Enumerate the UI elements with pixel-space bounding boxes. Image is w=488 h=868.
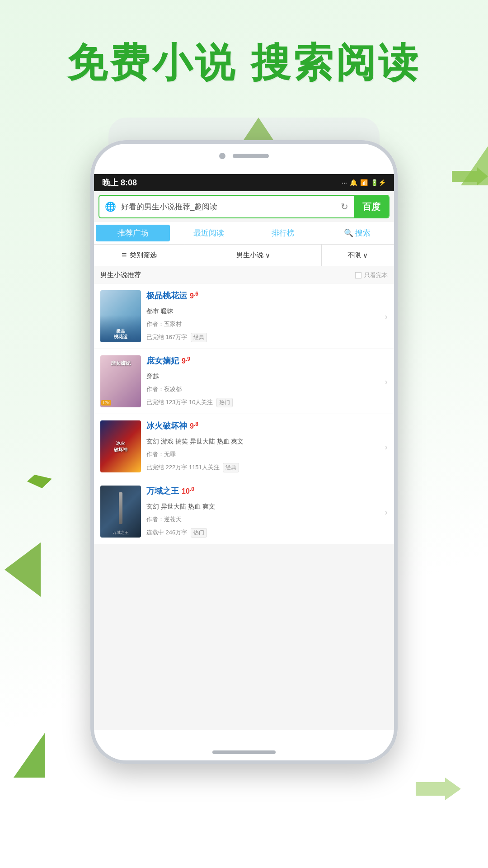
book-item[interactable]: 万域之王 万域之王 10.0 玄幻 异世大陆 热血 爽文 作者：逆苍天 连载中 … [94,479,394,544]
bg-decor-triangle-bottom-left [14,732,45,778]
phone-speaker [233,154,269,158]
filter-category-icon: ☰ [122,252,127,259]
chevron-right-icon: › [385,441,388,452]
phone-top-bar [219,153,269,159]
filter-limit-label: 不限 [347,251,361,259]
book-item[interactable]: 极品桃花运 极品桃花运 9.6 都市 暖昧 作者：五家村 已完结 167万字 经… [94,284,394,349]
bg-decor-leaf-left [5,542,41,597]
tab-recent-label: 最近阅读 [193,228,224,238]
status-bar: 晚上 8:08 ··· 🔔 📶 🔋⚡ [94,174,394,191]
filter-bar: ☰ 类别筛选 男生小说 ∨ 不限 ∨ [94,245,394,266]
book-rating: 10.0 [182,486,194,495]
section-header: 男生小说推荐 只看完本 [94,266,394,284]
book-title: 庶女嫡妃 [146,355,179,366]
book-meta: 已完结 222万字 1151人关注 经典 [146,463,388,472]
chevron-right-icon: › [385,311,388,321]
book-tags: 玄幻 异世大陆 热血 爽文 [146,503,388,511]
page-title: 免费小说 搜索阅读 [67,36,421,90]
globe-icon: 🌐 [103,199,117,214]
cover-title: 极品桃花运 [100,329,141,340]
book-title-row: 极品桃花运 9.6 [146,290,388,301]
wifi-icon: 📶 [360,179,368,186]
book-info-1: 极品桃花运 9.6 都市 暖昧 作者：五家村 已完结 167万字 经典 [141,290,388,342]
book-author: 作者：夜凌都 [146,385,388,393]
cover-badge: 17K [101,400,111,406]
bg-decor-arrow-right [452,167,488,185]
search-bar[interactable]: 🌐 好看的男生小说推荐_趣阅读 ↻ 百度 [99,195,389,218]
book-title: 冰火破坏神 [146,420,187,431]
filter-type-chevron: ∨ [265,251,270,259]
search-nav-icon: 🔍 [344,228,353,238]
book-item[interactable]: 冰火破坏神 冰火破坏神 9.8 玄幻 游戏 搞笑 异世大陆 热血 爽文 作者：无… [94,414,394,479]
book-rating: 9.9 [182,356,190,365]
baidu-button[interactable]: 百度 [354,195,389,218]
book-badge: 经典 [191,333,207,342]
book-info-2: 庶女嫡妃 9.9 穿越 作者：夜凌都 已完结 123万字 10人关注 热门 [141,355,388,407]
chevron-right-icon: › [385,376,388,387]
book-cover-1: 极品桃花运 [100,290,141,342]
filter-type-label: 男生小说 [236,251,263,259]
book-tags: 穿越 [146,373,388,381]
filter-category[interactable]: ☰ 类别筛选 [94,245,185,266]
tab-recommend-label: 推荐广场 [117,228,148,238]
bell-icon: 🔔 [350,179,357,186]
book-title-row: 冰火破坏神 9.8 [146,420,388,431]
bg-small-leaf [27,475,52,488]
filter-limit-chevron: ∨ [363,251,368,259]
search-input[interactable]: 好看的男生小说推荐_趣阅读 [121,202,334,212]
phone-home-bar [212,750,276,754]
filter-type[interactable]: 男生小说 ∨ [185,245,322,266]
book-author: 作者：无罪 [146,450,388,458]
book-author: 作者：五家村 [146,320,388,328]
phone-screen: 晚上 8:08 ··· 🔔 📶 🔋⚡ 🌐 好看的男生小说推荐_趣阅读 ↻ 百度 … [94,174,394,730]
section-title: 男生小说推荐 [100,271,141,279]
filter-limit[interactable]: 不限 ∨ [322,245,394,266]
book-cover-2: 庶女嫡妃 17K [100,355,141,407]
nav-tabs: 推荐广场 最近阅读 排行榜 🔍 搜索 [94,222,394,245]
refresh-icon[interactable]: ↻ [334,197,354,217]
book-title: 极品桃花运 [146,290,187,301]
book-info-3: 冰火破坏神 9.8 玄幻 游戏 搞笑 异世大陆 热血 爽文 作者：无罪 已完结 … [141,420,388,472]
book-meta: 连载中 246万字 热门 [146,528,388,538]
book-tags: 玄幻 游戏 搞笑 异世大陆 热血 爽文 [146,438,388,446]
book-title-row: 万域之王 10.0 [146,486,388,496]
book-title-row: 庶女嫡妃 9.9 [146,355,388,366]
book-cover-3: 冰火破坏神 [100,420,141,472]
book-title: 万域之王 [146,486,179,496]
cover-content: 冰火破坏神 [100,420,141,472]
bg-decor-arrow-bottom [416,778,461,800]
tab-search[interactable]: 🔍 搜索 [320,222,394,244]
section-complete-filter[interactable]: 只看完本 [355,271,388,279]
tab-recent[interactable]: 最近阅读 [172,222,246,244]
filter-category-label: 类别筛选 [130,251,157,259]
status-time: 晚上 8:08 [102,177,137,188]
bg-decor-triangle-top [461,127,488,185]
book-rating: 9.8 [190,421,198,430]
status-icons: ··· 🔔 📶 🔋⚡ [342,179,386,186]
tab-recommend[interactable]: 推荐广场 [96,225,170,241]
book-badge: 热门 [216,398,233,407]
book-list: 极品桃花运 极品桃花运 9.6 都市 暖昧 作者：五家村 已完结 167万字 经… [94,284,394,544]
phone-frame: 晚上 8:08 ··· 🔔 📶 🔋⚡ 🌐 好看的男生小说推荐_趣阅读 ↻ 百度 … [90,140,398,764]
book-rating: 9.6 [190,291,198,300]
book-info-4: 万域之王 10.0 玄幻 异世大陆 热血 爽文 作者：逆苍天 连载中 246万字… [141,486,388,538]
tab-ranking[interactable]: 排行榜 [246,222,320,244]
page-header: 免费小说 搜索阅读 [67,36,421,90]
book-badge: 经典 [223,463,239,472]
phone-camera [219,153,225,159]
cover-text: 庶女嫡妃 [100,360,141,367]
cover-sword [119,492,122,524]
book-author: 作者：逆苍天 [146,515,388,524]
book-badge: 热门 [191,528,207,538]
book-meta: 已完结 123万字 10人关注 热门 [146,398,388,407]
chevron-right-icon: › [385,506,388,517]
book-tags: 都市 暖昧 [146,307,388,316]
complete-checkbox[interactable] [355,272,361,278]
tab-search-label: 搜索 [355,228,371,238]
complete-label: 只看完本 [364,271,388,279]
book-cover-4: 万域之王 [100,486,141,538]
signal-icon: ··· [342,179,347,186]
battery-icon: 🔋⚡ [371,179,386,186]
tab-ranking-label: 排行榜 [272,228,295,238]
book-item[interactable]: 庶女嫡妃 17K 庶女嫡妃 9.9 穿越 作者：夜凌都 已完结 123万字 10… [94,349,394,414]
